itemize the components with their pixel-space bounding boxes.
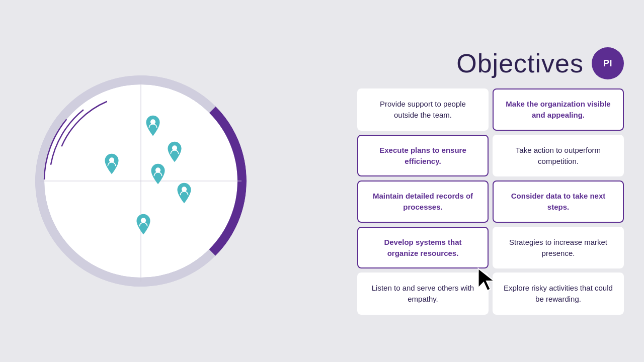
objective-card-1[interactable]: Provide support to people outside the te… — [357, 88, 489, 131]
objective-card-7[interactable]: Develop systems that organize resources. — [357, 227, 489, 269]
objective-card-3[interactable]: Execute plans to ensure efficiency. — [357, 135, 489, 177]
objective-card-6[interactable]: Consider data to take next steps. — [493, 180, 624, 223]
pin-2 — [164, 141, 186, 163]
pin-6 — [132, 213, 154, 235]
circle-diagram — [20, 60, 262, 302]
mouse-cursor — [475, 267, 496, 292]
objectives-header: Objectives PI — [277, 47, 624, 79]
objective-card-2[interactable]: Make the organization visible and appeal… — [493, 88, 624, 131]
logo: PI — [592, 47, 624, 79]
pin-1 — [142, 115, 164, 137]
objective-card-10[interactable]: Explore risky activities that could be r… — [493, 273, 624, 315]
pin-4 — [173, 182, 195, 204]
pin-3 — [147, 163, 169, 185]
pin-5 — [101, 153, 123, 175]
objective-card-9[interactable]: Listen to and serve others with empathy. — [357, 273, 489, 315]
page-title: Objectives — [456, 48, 584, 78]
svg-marker-13 — [478, 268, 495, 291]
objectives-section: Objectives PI Provide support to people … — [262, 47, 624, 315]
objective-card-5[interactable]: Maintain detailed records of processes. — [357, 180, 489, 223]
logo-initials: PI — [603, 58, 612, 69]
objective-card-8[interactable]: Strategies to increase market presence. — [493, 227, 624, 269]
objective-card-4[interactable]: Take action to outperform competition. — [493, 135, 624, 177]
circle-outer — [35, 75, 247, 287]
